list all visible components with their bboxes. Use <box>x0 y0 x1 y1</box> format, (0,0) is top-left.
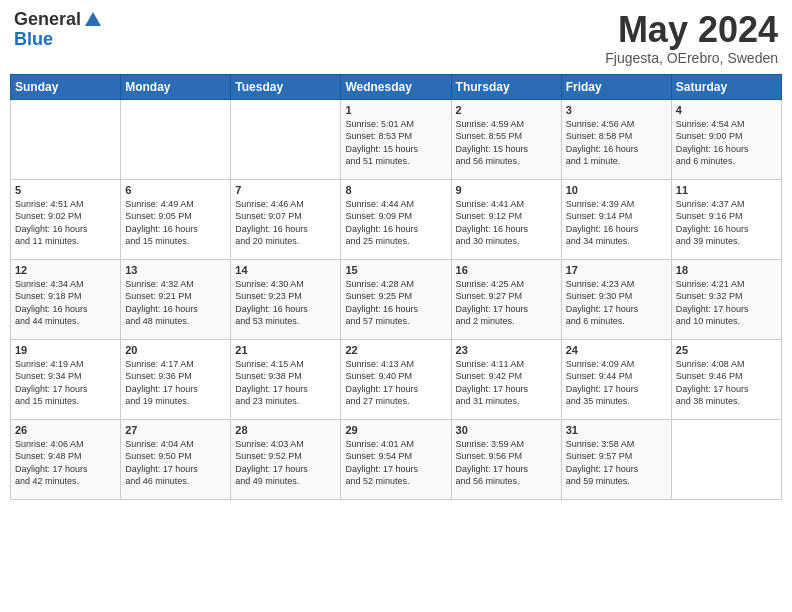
calendar-cell: 29Sunrise: 4:01 AMSunset: 9:54 PMDayligh… <box>341 419 451 499</box>
calendar-cell: 30Sunrise: 3:59 AMSunset: 9:56 PMDayligh… <box>451 419 561 499</box>
svg-marker-0 <box>85 12 101 26</box>
day-content: Sunrise: 4:03 AMSunset: 9:52 PMDaylight:… <box>235 438 336 488</box>
calendar-cell: 26Sunrise: 4:06 AMSunset: 9:48 PMDayligh… <box>11 419 121 499</box>
calendar-cell: 17Sunrise: 4:23 AMSunset: 9:30 PMDayligh… <box>561 259 671 339</box>
calendar-cell: 27Sunrise: 4:04 AMSunset: 9:50 PMDayligh… <box>121 419 231 499</box>
calendar-cell <box>11 99 121 179</box>
weekday-header-monday: Monday <box>121 74 231 99</box>
day-content: Sunrise: 4:41 AMSunset: 9:12 PMDaylight:… <box>456 198 557 248</box>
calendar-cell: 5Sunrise: 4:51 AMSunset: 9:02 PMDaylight… <box>11 179 121 259</box>
calendar-cell: 22Sunrise: 4:13 AMSunset: 9:40 PMDayligh… <box>341 339 451 419</box>
day-number: 19 <box>15 344 116 356</box>
weekday-header-saturday: Saturday <box>671 74 781 99</box>
weekday-header-sunday: Sunday <box>11 74 121 99</box>
day-content: Sunrise: 4:21 AMSunset: 9:32 PMDaylight:… <box>676 278 777 328</box>
day-number: 11 <box>676 184 777 196</box>
day-number: 28 <box>235 424 336 436</box>
logo: General Blue <box>14 10 103 50</box>
calendar-body: 1Sunrise: 5:01 AMSunset: 8:53 PMDaylight… <box>11 99 782 499</box>
day-number: 17 <box>566 264 667 276</box>
day-number: 22 <box>345 344 446 356</box>
day-content: Sunrise: 4:17 AMSunset: 9:36 PMDaylight:… <box>125 358 226 408</box>
day-content: Sunrise: 4:08 AMSunset: 9:46 PMDaylight:… <box>676 358 777 408</box>
calendar-cell: 18Sunrise: 4:21 AMSunset: 9:32 PMDayligh… <box>671 259 781 339</box>
calendar-cell: 4Sunrise: 4:54 AMSunset: 9:00 PMDaylight… <box>671 99 781 179</box>
calendar-cell: 23Sunrise: 4:11 AMSunset: 9:42 PMDayligh… <box>451 339 561 419</box>
day-content: Sunrise: 3:58 AMSunset: 9:57 PMDaylight:… <box>566 438 667 488</box>
calendar-table: SundayMondayTuesdayWednesdayThursdayFrid… <box>10 74 782 500</box>
day-number: 18 <box>676 264 777 276</box>
day-number: 29 <box>345 424 446 436</box>
calendar-cell: 12Sunrise: 4:34 AMSunset: 9:18 PMDayligh… <box>11 259 121 339</box>
weekday-header-wednesday: Wednesday <box>341 74 451 99</box>
calendar-cell: 24Sunrise: 4:09 AMSunset: 9:44 PMDayligh… <box>561 339 671 419</box>
day-number: 5 <box>15 184 116 196</box>
logo-blue: Blue <box>14 29 53 49</box>
title-block: May 2024 Fjugesta, OErebro, Sweden <box>605 10 778 66</box>
calendar-cell: 31Sunrise: 3:58 AMSunset: 9:57 PMDayligh… <box>561 419 671 499</box>
calendar-cell: 21Sunrise: 4:15 AMSunset: 9:38 PMDayligh… <box>231 339 341 419</box>
day-number: 4 <box>676 104 777 116</box>
day-number: 13 <box>125 264 226 276</box>
day-number: 8 <box>345 184 446 196</box>
day-number: 16 <box>456 264 557 276</box>
day-number: 12 <box>15 264 116 276</box>
calendar-cell: 9Sunrise: 4:41 AMSunset: 9:12 PMDaylight… <box>451 179 561 259</box>
month-year-title: May 2024 <box>605 10 778 50</box>
calendar-cell: 16Sunrise: 4:25 AMSunset: 9:27 PMDayligh… <box>451 259 561 339</box>
day-number: 1 <box>345 104 446 116</box>
day-content: Sunrise: 4:51 AMSunset: 9:02 PMDaylight:… <box>15 198 116 248</box>
calendar-cell: 15Sunrise: 4:28 AMSunset: 9:25 PMDayligh… <box>341 259 451 339</box>
day-number: 9 <box>456 184 557 196</box>
weekday-header-thursday: Thursday <box>451 74 561 99</box>
calendar-week-3: 12Sunrise: 4:34 AMSunset: 9:18 PMDayligh… <box>11 259 782 339</box>
calendar-cell <box>231 99 341 179</box>
day-content: Sunrise: 4:19 AMSunset: 9:34 PMDaylight:… <box>15 358 116 408</box>
day-content: Sunrise: 4:54 AMSunset: 9:00 PMDaylight:… <box>676 118 777 168</box>
calendar-week-2: 5Sunrise: 4:51 AMSunset: 9:02 PMDaylight… <box>11 179 782 259</box>
calendar-cell: 14Sunrise: 4:30 AMSunset: 9:23 PMDayligh… <box>231 259 341 339</box>
calendar-cell: 25Sunrise: 4:08 AMSunset: 9:46 PMDayligh… <box>671 339 781 419</box>
day-content: Sunrise: 3:59 AMSunset: 9:56 PMDaylight:… <box>456 438 557 488</box>
calendar-cell: 28Sunrise: 4:03 AMSunset: 9:52 PMDayligh… <box>231 419 341 499</box>
day-content: Sunrise: 5:01 AMSunset: 8:53 PMDaylight:… <box>345 118 446 168</box>
calendar-cell: 1Sunrise: 5:01 AMSunset: 8:53 PMDaylight… <box>341 99 451 179</box>
day-content: Sunrise: 4:37 AMSunset: 9:16 PMDaylight:… <box>676 198 777 248</box>
calendar-cell <box>671 419 781 499</box>
calendar-week-4: 19Sunrise: 4:19 AMSunset: 9:34 PMDayligh… <box>11 339 782 419</box>
day-content: Sunrise: 4:09 AMSunset: 9:44 PMDaylight:… <box>566 358 667 408</box>
day-number: 26 <box>15 424 116 436</box>
day-content: Sunrise: 4:11 AMSunset: 9:42 PMDaylight:… <box>456 358 557 408</box>
calendar-cell: 3Sunrise: 4:56 AMSunset: 8:58 PMDaylight… <box>561 99 671 179</box>
day-content: Sunrise: 4:04 AMSunset: 9:50 PMDaylight:… <box>125 438 226 488</box>
logo-general: General <box>14 10 81 30</box>
day-number: 20 <box>125 344 226 356</box>
day-number: 14 <box>235 264 336 276</box>
calendar-week-1: 1Sunrise: 5:01 AMSunset: 8:53 PMDaylight… <box>11 99 782 179</box>
day-content: Sunrise: 4:56 AMSunset: 8:58 PMDaylight:… <box>566 118 667 168</box>
day-content: Sunrise: 4:34 AMSunset: 9:18 PMDaylight:… <box>15 278 116 328</box>
day-number: 6 <box>125 184 226 196</box>
calendar-cell: 8Sunrise: 4:44 AMSunset: 9:09 PMDaylight… <box>341 179 451 259</box>
day-number: 7 <box>235 184 336 196</box>
day-content: Sunrise: 4:39 AMSunset: 9:14 PMDaylight:… <box>566 198 667 248</box>
day-content: Sunrise: 4:13 AMSunset: 9:40 PMDaylight:… <box>345 358 446 408</box>
day-content: Sunrise: 4:30 AMSunset: 9:23 PMDaylight:… <box>235 278 336 328</box>
location-subtitle: Fjugesta, OErebro, Sweden <box>605 50 778 66</box>
weekday-row: SundayMondayTuesdayWednesdayThursdayFrid… <box>11 74 782 99</box>
day-number: 24 <box>566 344 667 356</box>
day-content: Sunrise: 4:49 AMSunset: 9:05 PMDaylight:… <box>125 198 226 248</box>
day-number: 27 <box>125 424 226 436</box>
day-number: 31 <box>566 424 667 436</box>
page-header: General Blue May 2024 Fjugesta, OErebro,… <box>10 10 782 66</box>
calendar-cell: 7Sunrise: 4:46 AMSunset: 9:07 PMDaylight… <box>231 179 341 259</box>
day-number: 30 <box>456 424 557 436</box>
calendar-cell: 10Sunrise: 4:39 AMSunset: 9:14 PMDayligh… <box>561 179 671 259</box>
day-content: Sunrise: 4:59 AMSunset: 8:55 PMDaylight:… <box>456 118 557 168</box>
day-content: Sunrise: 4:28 AMSunset: 9:25 PMDaylight:… <box>345 278 446 328</box>
day-number: 3 <box>566 104 667 116</box>
day-content: Sunrise: 4:44 AMSunset: 9:09 PMDaylight:… <box>345 198 446 248</box>
calendar-cell: 13Sunrise: 4:32 AMSunset: 9:21 PMDayligh… <box>121 259 231 339</box>
day-content: Sunrise: 4:46 AMSunset: 9:07 PMDaylight:… <box>235 198 336 248</box>
day-number: 23 <box>456 344 557 356</box>
